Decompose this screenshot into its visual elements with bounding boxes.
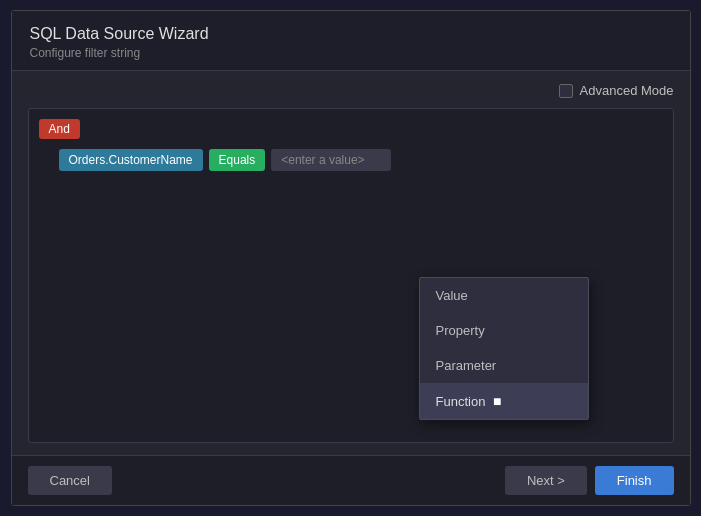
- advanced-mode-toggle[interactable]: Advanced Mode: [559, 83, 674, 98]
- dialog-header: SQL Data Source Wizard Configure filter …: [12, 11, 690, 71]
- advanced-mode-row: Advanced Mode: [28, 83, 674, 98]
- sql-wizard-dialog: SQL Data Source Wizard Configure filter …: [11, 10, 691, 506]
- field-badge[interactable]: Orders.CustomerName: [59, 149, 203, 171]
- dropdown-item-parameter[interactable]: Parameter: [420, 348, 588, 383]
- dropdown-item-function[interactable]: Function ■: [420, 383, 588, 419]
- footer-right-buttons: Next > Finish: [505, 466, 674, 495]
- dialog-body: Advanced Mode And Orders.CustomerName Eq…: [12, 71, 690, 455]
- operator-badge[interactable]: Equals: [209, 149, 266, 171]
- cursor-icon: ■: [493, 393, 501, 409]
- dropdown-menu: Value Property Parameter Function ■: [419, 277, 589, 420]
- finish-button[interactable]: Finish: [595, 466, 674, 495]
- dropdown-item-value[interactable]: Value: [420, 278, 588, 313]
- filter-area: And Orders.CustomerName Equals <enter a …: [28, 108, 674, 443]
- dialog-footer: Cancel Next > Finish: [12, 455, 690, 505]
- cancel-button[interactable]: Cancel: [28, 466, 112, 495]
- value-input[interactable]: <enter a value>: [271, 149, 391, 171]
- next-button[interactable]: Next >: [505, 466, 587, 495]
- and-badge[interactable]: And: [39, 119, 80, 139]
- dialog-title: SQL Data Source Wizard: [30, 25, 672, 43]
- dropdown-item-property[interactable]: Property: [420, 313, 588, 348]
- advanced-mode-checkbox[interactable]: [559, 84, 573, 98]
- dialog-subtitle: Configure filter string: [30, 46, 672, 60]
- advanced-mode-label: Advanced Mode: [580, 83, 674, 98]
- filter-row: Orders.CustomerName Equals <enter a valu…: [59, 149, 663, 171]
